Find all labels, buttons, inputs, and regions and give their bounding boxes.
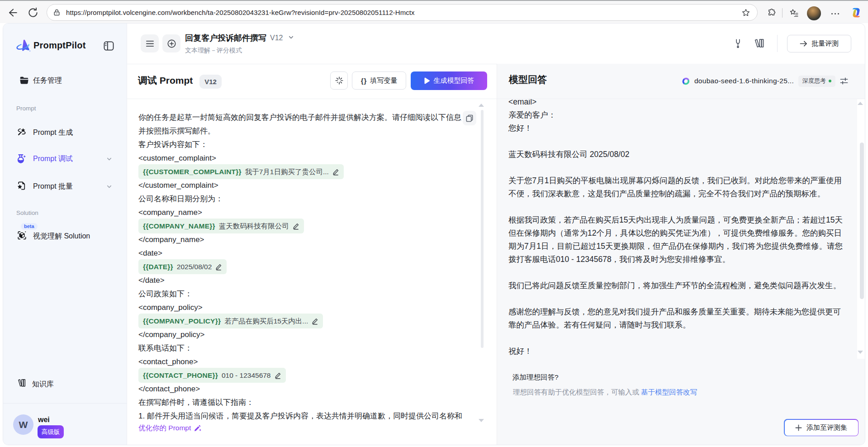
task-version[interactable]: V12 xyxy=(270,34,294,42)
chevron-down-icon[interactable] xyxy=(106,156,112,162)
sidebar-item-prompt-debug[interactable]: Prompt 调试 xyxy=(3,152,127,168)
chevron-down-icon[interactable] xyxy=(106,184,112,190)
response-text-line: 亲爱的客户： xyxy=(508,109,857,122)
response-text-line: 我们已将此问题反馈至质量控制部门，将加强生产环节的全流程检测，避免类似问题再次发… xyxy=(508,279,857,292)
prompt-variable-line: {{DATE}}2025/08/02 xyxy=(138,260,462,274)
user-avatar[interactable]: W xyxy=(13,414,33,435)
prompt-scroll-down-icon[interactable] xyxy=(479,419,484,422)
sidebar-item-knowledge[interactable]: 知识库 xyxy=(3,377,127,393)
hamburger-icon xyxy=(146,40,154,47)
sidebar-item-prompt-batch[interactable]: Prompt 批量 xyxy=(3,180,127,195)
ideal-answer-title: 添加理想回答? xyxy=(512,373,559,382)
books-icon xyxy=(18,379,26,387)
prompt-variable-line: {{COMPANY_NAME}}蓝天数码科技有限公司 xyxy=(138,219,462,233)
favorite-star-icon[interactable] xyxy=(741,8,750,17)
generate-response-button[interactable]: 生成模型回答 xyxy=(411,71,487,90)
prompt-text-line: <date> xyxy=(138,247,462,260)
prompt-scrollbar-thumb[interactable] xyxy=(481,110,484,348)
prompt-text-line: </customer_complaint> xyxy=(138,179,462,192)
edit-variable-icon[interactable] xyxy=(215,263,222,271)
variable-chip[interactable]: {{CONTACT_PHONE}}010 - 12345678 xyxy=(138,368,286,383)
add-to-evalset-button[interactable]: 添加至评测集 xyxy=(784,419,859,436)
variable-chip[interactable]: {{CUSTOMER_COMPLAINT}}我于7月1日购买了贵公司... xyxy=(138,164,344,179)
response-panel-title: 模型回答 xyxy=(509,73,547,86)
prompt-text-line: <company_policy> xyxy=(138,301,462,314)
edit-variable-icon[interactable] xyxy=(312,318,318,325)
response-scrollbar-thumb[interactable] xyxy=(860,143,864,299)
optimize-prompt-link[interactable]: 优化你的 Prompt xyxy=(138,423,201,433)
browser-reload-icon[interactable] xyxy=(27,7,39,19)
deep-think-badge[interactable]: 深度思考 xyxy=(798,76,835,87)
brand-row: PromptPilot xyxy=(3,24,127,68)
browser-back-icon[interactable] xyxy=(6,7,18,19)
edit-variable-icon[interactable] xyxy=(275,372,281,379)
model-response-area[interactable]: <email>亲爱的客户：您好！ 蓝天数码科技有限公司 2025/08/02 关… xyxy=(497,99,857,359)
sidebar-item-label: 视觉理解 Solution xyxy=(33,232,90,241)
panel-menu-button[interactable] xyxy=(141,34,159,52)
sidebar-item-tasks[interactable]: 任务管理 xyxy=(3,75,127,92)
response-text-line: 关于您7月1日购买的平板电脑出现屏幕闪烁问题的反馈，我们已收到。对此给您带来的严… xyxy=(508,174,857,187)
prompt-variable-line: {{CUSTOMER_COMPLAINT}}我于7月1日购买了贵公司... xyxy=(138,165,462,179)
browser-menu-icon[interactable] xyxy=(830,9,840,19)
brand-name: PromptPilot xyxy=(33,40,86,51)
toolbar-divider xyxy=(782,8,783,18)
arrow-right-icon xyxy=(800,40,807,47)
lock-icon[interactable] xyxy=(53,9,61,16)
rewrite-from-response-link[interactable]: 基于模型回答改写 xyxy=(641,388,697,396)
promptpilot-logo xyxy=(16,38,32,54)
library-icon[interactable] xyxy=(754,38,764,48)
address-bar[interactable]: https://promptpilot.volcengine.com/workb… xyxy=(47,4,758,21)
edit-variable-icon[interactable] xyxy=(332,168,339,176)
response-text-line xyxy=(508,266,857,279)
folder-icon xyxy=(19,76,29,85)
variable-chip[interactable]: {{DATE}}2025/08/02 xyxy=(138,259,227,274)
prompt-scroll-up-icon[interactable] xyxy=(479,104,484,107)
extensions-icon[interactable] xyxy=(767,8,777,18)
response-text-line: 祝好！ xyxy=(508,345,857,358)
model-name[interactable]: doubao-seed-1.6-thinking-25... xyxy=(694,77,794,85)
sidebar-item-label: Prompt 生成 xyxy=(33,128,73,138)
sidebar-item-vision-solution[interactable]: 视觉理解 Solution xyxy=(3,229,127,245)
batch-evaluate-button[interactable]: 批量评测 xyxy=(787,35,851,52)
ai-spark-button[interactable] xyxy=(330,71,348,90)
variable-chip[interactable]: {{COMPANY_POLICY}}若产品在购买后15天内出... xyxy=(138,314,323,328)
copy-icon xyxy=(466,114,473,122)
response-scroll-down-icon[interactable] xyxy=(858,351,863,354)
response-text-line: 但在保修期内（通常为12个月，具体以您的购买凭证为准），可提供免费维修服务。您的… xyxy=(508,227,857,240)
header-divider-vertical xyxy=(777,35,778,52)
prompt-text-line: </contact_phone> xyxy=(138,382,462,396)
prompt-text-line: 客户投诉内容如下： xyxy=(138,138,462,152)
prompt-text-line: </company_name> xyxy=(138,233,462,247)
favorites-list-icon[interactable] xyxy=(789,8,799,18)
sidebar-collapse-icon[interactable] xyxy=(104,41,114,51)
response-text-line: 蓝天数码科技有限公司 2025/08/02 xyxy=(508,148,857,161)
sidebar: PromptPilot 任务管理 Prompt Prompt 生成 xyxy=(3,24,127,445)
batch-star-doc-icon xyxy=(17,181,26,190)
url-text[interactable]: https://promptpilot.volcengine.com/workb… xyxy=(66,9,415,16)
task-subtitle: 文本理解－评分模式 xyxy=(185,47,242,55)
response-scroll-up-icon[interactable] xyxy=(858,102,863,105)
wrench-icon[interactable] xyxy=(733,38,743,48)
copy-prompt-button[interactable] xyxy=(463,111,476,125)
fill-variables-button[interactable]: {} 填写变量 xyxy=(352,71,406,90)
prompt-text-line: </date> xyxy=(138,274,462,287)
response-panel: 模型回答 doubao-seed-1.6-thinking-25... 深度思考… xyxy=(497,64,865,445)
variable-chip[interactable]: {{COMPANY_NAME}}蓝天数码科技有限公司 xyxy=(138,219,304,233)
profile-avatar[interactable] xyxy=(807,6,821,20)
sidebar-item-label: 任务管理 xyxy=(33,76,62,86)
doubao-icon xyxy=(682,77,690,85)
ideal-answer-input[interactable]: 理想回答有助于优化模型回答，可输入或 基于模型回答改写 xyxy=(513,388,697,397)
prompt-text-line: 你的任务是起草一封简短高效的回复客户投诉的电子邮件并提供解决方案。请仔细阅读以下… xyxy=(138,111,462,124)
sidebar-section-solution: Solution xyxy=(16,209,38,216)
prompt-text-line: <company_name> xyxy=(138,206,462,219)
prompt-editor[interactable]: 你的任务是起草一封简短高效的回复客户投诉的电子邮件并提供解决方案。请仔细阅读以下… xyxy=(127,99,497,423)
copilot-icon[interactable] xyxy=(850,7,862,19)
model-settings-icon[interactable] xyxy=(840,77,848,85)
response-text-line xyxy=(508,292,857,305)
prompt-text-line: <contact_phone> xyxy=(138,355,462,369)
edit-variable-icon[interactable] xyxy=(293,223,299,230)
response-text-line: 您好！ xyxy=(508,122,857,135)
sidebar-item-prompt-generate[interactable]: Prompt 生成 xyxy=(3,126,127,141)
new-task-button[interactable] xyxy=(162,34,180,52)
prompt-variable-line: {{COMPANY_POLICY}}若产品在购买后15天内出... xyxy=(138,314,462,328)
